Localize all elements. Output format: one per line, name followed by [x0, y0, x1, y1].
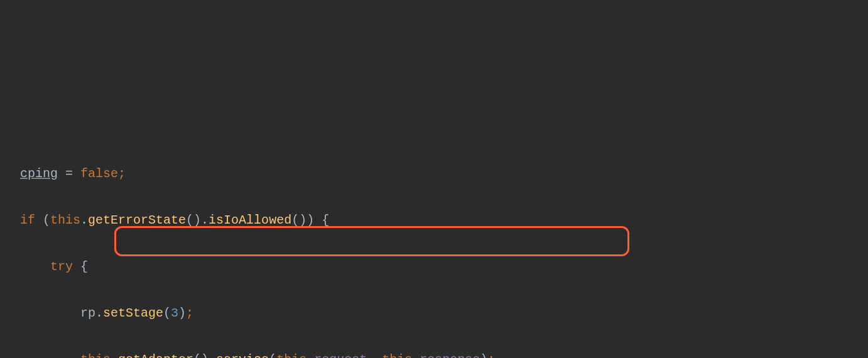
code-line: rp.setStage(3);: [20, 301, 868, 325]
code-line-highlighted: this.getAdapter().service(this.request, …: [20, 348, 868, 358]
variable: cping: [20, 166, 58, 181]
code-line: try {: [20, 255, 868, 278]
code-line: if (this.getErrorState().isIoAllowed()) …: [20, 209, 868, 232]
code-line: cping = false;: [20, 162, 868, 185]
code-editor[interactable]: cping = false; if (this.getErrorState().…: [20, 116, 868, 358]
